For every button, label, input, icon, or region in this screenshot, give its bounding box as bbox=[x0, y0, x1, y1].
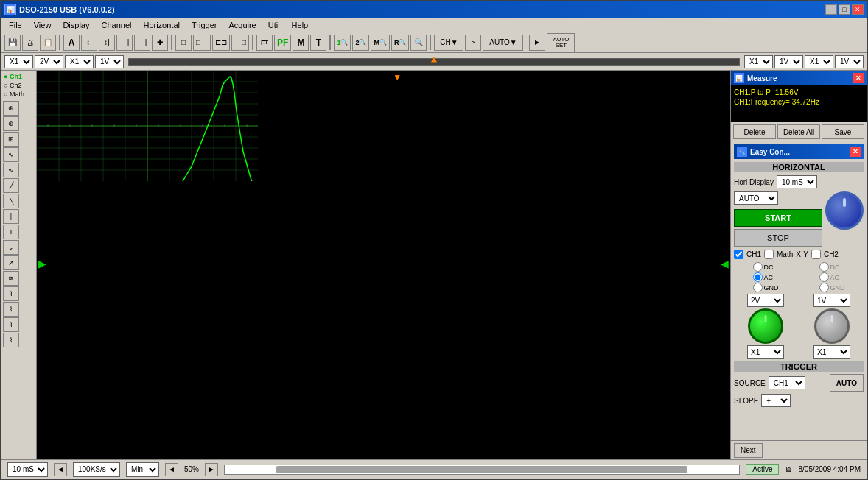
crosshair-btn[interactable]: ✚ bbox=[152, 35, 168, 51]
ch2-probe-select[interactable]: X1X10 bbox=[813, 345, 850, 359]
tool-misc2[interactable]: ⌇ bbox=[3, 286, 19, 301]
ch1-ac-radio[interactable]: AC bbox=[753, 272, 779, 282]
cursor-h1[interactable]: —| bbox=[116, 35, 133, 51]
run-btn[interactable]: ▶ bbox=[529, 35, 545, 51]
ch2-vol-knob[interactable] bbox=[814, 308, 850, 344]
tool-wave2[interactable]: ∿ bbox=[3, 163, 19, 177]
trigger-position-bar[interactable] bbox=[128, 58, 740, 66]
ch2-radio[interactable]: ○ Ch2 bbox=[3, 81, 35, 90]
ch2-ac-radio[interactable]: AC bbox=[819, 272, 845, 282]
ch2-zoom-btn[interactable]: 2 🔍 bbox=[352, 35, 369, 51]
probe-btn[interactable]: ~ bbox=[465, 35, 481, 51]
tool-zoom[interactable]: ⌄ bbox=[3, 240, 19, 255]
tool-line1[interactable]: ╱ bbox=[3, 178, 19, 193]
start-button[interactable]: START bbox=[734, 209, 822, 227]
shape-btn-3[interactable]: ⊏⊐ bbox=[212, 35, 230, 51]
tool-line3[interactable]: | bbox=[3, 209, 19, 224]
status-icon[interactable]: 🖥 bbox=[785, 465, 792, 473]
tool-wave1[interactable]: ∿ bbox=[3, 147, 19, 162]
search-btn[interactable]: 🔍 bbox=[410, 35, 427, 51]
math-radio[interactable]: ○ Math bbox=[3, 90, 35, 99]
math-checkbox[interactable] bbox=[764, 250, 774, 259]
easy-con-close-btn[interactable]: ✕ bbox=[850, 147, 861, 157]
measure-close-btn[interactable]: ✕ bbox=[853, 73, 864, 83]
m-button[interactable]: M bbox=[293, 35, 309, 51]
ch1-1v-select[interactable]: 1V bbox=[95, 55, 124, 68]
ch2-1v-select2[interactable]: 1V bbox=[835, 55, 864, 68]
menu-acquire[interactable]: Acquire bbox=[223, 19, 262, 31]
delete-button[interactable]: Delete bbox=[733, 124, 776, 139]
auto-trigger-button[interactable]: AUTO bbox=[830, 374, 864, 392]
clipboard-button[interactable]: 📋 bbox=[40, 35, 56, 51]
trigger-source-select[interactable]: CH1CH2EXT bbox=[769, 376, 805, 389]
tool-arrow[interactable]: ↗ bbox=[3, 255, 19, 270]
menu-display[interactable]: Display bbox=[57, 19, 95, 31]
min-select[interactable]: MinMax bbox=[126, 462, 159, 477]
ch1-zoom-btn[interactable]: 1 🔍 bbox=[334, 35, 351, 51]
tool-misc3[interactable]: ⌇ bbox=[3, 302, 19, 317]
text-tool[interactable]: A bbox=[63, 35, 80, 51]
minimize-button[interactable]: — bbox=[825, 4, 837, 15]
shape-btn-2[interactable]: □— bbox=[193, 35, 211, 51]
menu-trigger[interactable]: Trigger bbox=[186, 19, 223, 31]
scroll-bar[interactable] bbox=[224, 465, 740, 475]
delete-all-button[interactable]: Delete All bbox=[777, 124, 820, 139]
tool-measure[interactable]: ⊞ bbox=[3, 132, 19, 147]
scroll-left-btn[interactable]: ◄ bbox=[54, 463, 67, 476]
menu-horizontal[interactable]: Horizontal bbox=[137, 19, 186, 31]
save-button[interactable]: 💾 bbox=[4, 35, 21, 51]
tool-cursor2[interactable]: ⊕ bbox=[3, 116, 19, 131]
sample-rate-select[interactable]: 100KS/s200KS/s bbox=[73, 462, 120, 477]
math-zoom-btn[interactable]: M 🔍 bbox=[371, 35, 390, 51]
menu-file[interactable]: File bbox=[3, 19, 28, 31]
save-measure-button[interactable]: Save bbox=[822, 124, 864, 139]
menu-view[interactable]: View bbox=[28, 19, 57, 31]
ref-zoom-btn[interactable]: R 🔍 bbox=[391, 35, 410, 51]
ch2-dc-radio[interactable]: DC bbox=[819, 262, 845, 272]
menu-channel[interactable]: Channel bbox=[95, 19, 137, 31]
ch2-voltage-select[interactable]: 1V2V500mV bbox=[813, 294, 850, 307]
menu-util[interactable]: Util bbox=[262, 19, 286, 31]
tool-misc4[interactable]: ⌇ bbox=[3, 317, 19, 332]
tool-text[interactable]: T bbox=[3, 225, 19, 239]
maximize-button[interactable]: □ bbox=[839, 4, 850, 15]
horizontal-knob[interactable] bbox=[825, 191, 864, 230]
auto-mode-select[interactable]: AUTO NORMAL SINGLE bbox=[734, 191, 778, 205]
tool-misc5[interactable]: ⌇ bbox=[3, 333, 19, 347]
ch1-checkbox[interactable] bbox=[734, 250, 743, 259]
ch-select-btn[interactable]: CH▼ bbox=[434, 35, 463, 51]
cursor-h2[interactable]: —| bbox=[134, 35, 150, 51]
hori-display-select[interactable]: 10 mS 5 mS 1 mS bbox=[777, 175, 817, 188]
ch1-dc-radio[interactable]: DC bbox=[753, 262, 779, 272]
shape-btn-4[interactable]: —□ bbox=[231, 35, 249, 51]
ch1-x1-select2[interactable]: X1 bbox=[65, 55, 94, 68]
t-button[interactable]: T bbox=[310, 35, 326, 51]
tool-cursor1[interactable]: ⊕ bbox=[3, 101, 19, 116]
shape-btn-1[interactable]: □ bbox=[175, 35, 192, 51]
cursor-v1[interactable]: ↕| bbox=[81, 35, 97, 51]
close-button[interactable]: ✕ bbox=[852, 4, 864, 15]
print-button[interactable]: 🖨 bbox=[22, 35, 38, 51]
ch2-gnd-radio[interactable]: GND bbox=[819, 283, 845, 292]
ch1-x1-select[interactable]: X1 bbox=[4, 55, 33, 68]
ch1-voltage-select[interactable]: 2V1V500mV bbox=[747, 294, 784, 307]
prev-btn[interactable]: ◄ bbox=[165, 463, 178, 476]
next-nav-btn[interactable]: ► bbox=[205, 463, 218, 476]
menu-help[interactable]: Help bbox=[286, 19, 315, 31]
ch2-1v-select[interactable]: 1V bbox=[774, 55, 803, 68]
ch2-x1-select2[interactable]: X1 bbox=[805, 55, 833, 68]
ch1-2v-select[interactable]: 2V bbox=[35, 55, 63, 68]
ch1-vol-knob[interactable] bbox=[748, 308, 783, 344]
auto-mode-btn[interactable]: AUTO▼ bbox=[483, 35, 523, 51]
stop-button[interactable]: STOP bbox=[734, 229, 822, 247]
ch1-radio[interactable]: ● Ch1 bbox=[3, 72, 35, 81]
pf-button[interactable]: PF bbox=[274, 35, 291, 51]
ch2-x1-select[interactable]: X1 bbox=[744, 55, 773, 68]
tool-misc1[interactable]: ≋ bbox=[3, 271, 19, 286]
trigger-slope-select[interactable]: +- bbox=[761, 394, 791, 407]
ch1-gnd-radio[interactable]: GND bbox=[753, 283, 779, 292]
autoset-btn[interactable]: AUTO SET bbox=[547, 33, 575, 52]
cursor-v2[interactable]: ↕| bbox=[99, 35, 115, 51]
ft-button[interactable]: FT bbox=[256, 35, 273, 51]
ch1-probe-select[interactable]: X1X10 bbox=[747, 345, 784, 359]
